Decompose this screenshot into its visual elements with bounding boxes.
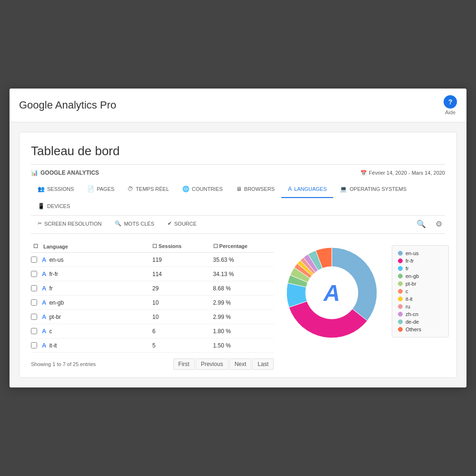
legend-dot-ru [398, 304, 403, 309]
chart-legend: en-us fr-fr fr en-gb pt-br c it-it ru zh… [392, 245, 449, 337]
table-row: A fr 29 8.68 % [31, 281, 274, 296]
tab-label-browsers: BROWSERS [244, 186, 275, 192]
header-cb[interactable]: ☐ [31, 243, 40, 249]
legend-item-fr-fr: fr-fr [398, 257, 443, 265]
table-body: A en-us 119 35.63 % A fr-fr 114 34.13 % … [31, 253, 274, 353]
row-checkbox[interactable] [31, 328, 37, 334]
lang-icon: A [42, 270, 46, 278]
tab-icon-browsers: 🖥 [236, 186, 242, 192]
pagination-btns: First Previous Next Last [173, 358, 274, 370]
next-button[interactable]: Next [229, 358, 252, 370]
lang-icon: A [42, 299, 46, 306]
tab-icon-devices: 📱 [38, 203, 45, 209]
lang-name: fr-fr [49, 271, 58, 278]
tab-label-sessions: SESSIONS [47, 186, 74, 192]
lang-name: c [49, 328, 52, 335]
tab-source[interactable]: ✔SOURCE [161, 216, 203, 232]
row-checkbox[interactable] [31, 299, 37, 306]
legend-item-Others: Others [398, 326, 443, 333]
percentage-cell: 34.13 % [213, 271, 274, 278]
tabs-row-2-left: ✂SCREEN RESOLUTION🔍MOTS CLÉS✔SOURCE [31, 216, 203, 232]
legend-label-fr: fr [406, 266, 409, 271]
tab-icon-sessions: 👥 [38, 186, 45, 192]
showing-text: Showing 1 to 7 of 25 entries [31, 361, 96, 367]
date-range-text: Février 14, 2020 - Mars 14, 2020 [369, 170, 445, 176]
lang-cell: A pt-br [31, 313, 152, 320]
chart-section: A en-us fr-fr fr en-gb pt-br c it-it ru … [283, 240, 445, 370]
row-checkbox[interactable] [31, 285, 37, 291]
tab-icon-mots-cles: 🔍 [115, 220, 121, 227]
legend-dot-zh-cn [398, 312, 403, 317]
tab-sessions[interactable]: 👥SESSIONS [31, 181, 80, 198]
lang-icon: A [42, 285, 46, 292]
legend-label-pt-br: pt-br [406, 281, 416, 287]
table-header: ☐ Language ☐ Sessions ☐ Percentage [31, 240, 274, 253]
sessions-cell: 10 [152, 299, 213, 306]
table-row: A en-gb 10 2.99 % [31, 296, 274, 310]
ga-header: 📊 GOOGLE ANALYTICS 📅 Février 14, 2020 - … [31, 164, 445, 181]
row-checkbox[interactable] [31, 271, 37, 277]
sessions-cell: 114 [152, 271, 213, 278]
first-button[interactable]: First [173, 358, 195, 370]
legend-label-de-de: de-de [406, 319, 419, 325]
legend-label-Others: Others [406, 327, 421, 332]
chart-legend-area: A en-us fr-fr fr en-gb pt-br c it-it ru … [283, 240, 445, 345]
donut-chart: A [279, 240, 384, 345]
tab-devices[interactable]: 📱DEVICES [31, 198, 77, 215]
lang-cell: A fr-fr [31, 270, 152, 278]
tab-mots-cles[interactable]: 🔍MOTS CLÉS [108, 216, 161, 232]
legend-label-it-it: it-it [406, 296, 413, 302]
ga-label: 📊 GOOGLE ANALYTICS [31, 169, 99, 176]
lang-name: pt-br [49, 314, 61, 320]
row-checkbox[interactable] [31, 314, 37, 320]
tab-screen-resolution[interactable]: ✂SCREEN RESOLUTION [31, 216, 108, 232]
table-row: A pt-br 10 2.99 % [31, 310, 274, 324]
percentage-cell: 1.80 % [213, 328, 274, 335]
settings-icon-btn[interactable]: ⚙ [433, 217, 445, 231]
tab-operating-systems[interactable]: 💻OPERATING SYSTEMS [333, 181, 413, 198]
tabs-row-2: ✂SCREEN RESOLUTION🔍MOTS CLÉS✔SOURCE 🔍 ⚙ [31, 216, 445, 234]
date-range: 📅 Février 14, 2020 - Mars 14, 2020 [360, 170, 445, 176]
help-button[interactable]: ? [444, 95, 457, 109]
tab-icon-source: ✔ [168, 220, 172, 227]
tab-icon-countries: 🌐 [182, 186, 189, 192]
main-content: Tableau de bord 📊 GOOGLE ANALYTICS 📅 Fév… [10, 122, 466, 387]
main-container: Google Analytics Pro ? Aide Tableau de b… [10, 89, 466, 387]
table-row: A c 6 1.80 % [31, 324, 274, 338]
legend-dot-de-de [398, 319, 403, 324]
row-checkbox[interactable] [31, 257, 37, 263]
lang-name: en-us [49, 257, 63, 263]
tab-countries[interactable]: 🌐COUNTRIES [176, 181, 229, 198]
tab-label-devices: DEVICES [47, 203, 70, 209]
legend-item-c: c [398, 288, 443, 295]
search-icon-btn[interactable]: 🔍 [414, 217, 429, 231]
col-sessions-label: Sessions [159, 243, 181, 249]
table-row: A it-it 5 1.50 % [31, 338, 274, 353]
percentage-cell: 2.99 % [213, 314, 274, 320]
lang-cell: A c [31, 327, 152, 335]
lang-icon: A [42, 327, 46, 335]
tab-pages[interactable]: 📄PAGES [80, 181, 121, 198]
tab-temps-reel[interactable]: ⏱TEMPS RÉEL [121, 181, 176, 198]
previous-button[interactable]: Previous [196, 358, 228, 370]
legend-dot-en-gb [398, 274, 403, 278]
legend-dot-en-us [398, 251, 403, 256]
row-checkbox[interactable] [31, 342, 37, 348]
tab-icon-temps-reel: ⏱ [128, 186, 133, 192]
col-percentage-label: Percentage [219, 243, 248, 249]
percentage-cell: 35.63 % [213, 257, 274, 263]
last-button[interactable]: Last [252, 358, 274, 370]
card: Tableau de bord 📊 GOOGLE ANALYTICS 📅 Fév… [19, 132, 457, 378]
sessions-cell: 119 [152, 257, 213, 263]
table-section: ☐ Language ☐ Sessions ☐ Percentage [31, 240, 274, 370]
sessions-cell: 29 [152, 285, 213, 292]
legend-label-ru: ru [406, 304, 410, 309]
tab-icon-screen-resolution: ✂ [38, 220, 42, 227]
legend-dot-Others [398, 327, 403, 332]
percentage-cell: 2.99 % [213, 299, 274, 306]
ga-label-text: GOOGLE ANALYTICS [40, 169, 99, 176]
tab-languages[interactable]: ALANGUAGES [281, 181, 333, 198]
legend-item-it-it: it-it [398, 295, 443, 303]
tab-browsers[interactable]: 🖥BROWSERS [229, 181, 281, 198]
col-header-language: ☐ Language [31, 243, 152, 249]
